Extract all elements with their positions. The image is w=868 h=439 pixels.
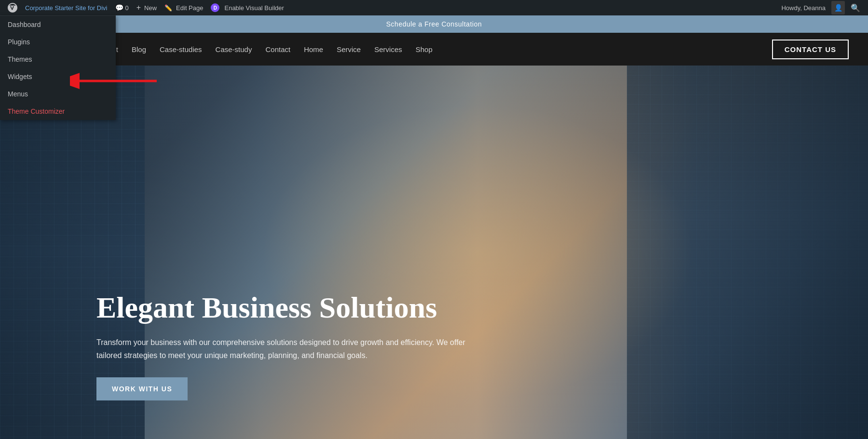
arrow-icon xyxy=(70,71,166,91)
edit-page-label: Edit Page xyxy=(176,4,203,12)
nav-blog[interactable]: Blog xyxy=(132,45,146,53)
site-header: ) DIVI About Blog Case-studies Case-stud… xyxy=(0,33,868,66)
contact-us-button[interactable]: CONTACT US xyxy=(772,40,849,59)
admin-bar: Corporate Starter Site for Divi 💬 0 + Ne… xyxy=(0,0,868,15)
search-button[interactable]: 🔍 xyxy=(847,3,864,13)
site-name-label: Corporate Starter Site for Divi xyxy=(25,4,108,12)
arrow-annotation xyxy=(70,71,166,91)
admin-bar-right: Howdy, Deanna 👤 🔍 xyxy=(777,1,864,14)
nav-services[interactable]: Services xyxy=(374,45,402,53)
top-bar-text: Schedule a Free Consultation xyxy=(386,20,482,28)
comment-icon: 💬 0 xyxy=(115,4,129,12)
comments-button[interactable]: 💬 0 xyxy=(111,0,133,15)
new-content-button[interactable]: + New xyxy=(133,0,161,15)
edit-page-button[interactable]: ✏️ Edit Page xyxy=(161,0,207,15)
menu-item-dashboard[interactable]: Dashboard xyxy=(0,16,116,33)
nav-shop[interactable]: Shop xyxy=(416,45,433,53)
nav-contact[interactable]: Contact xyxy=(265,45,290,53)
search-icon: 🔍 xyxy=(851,3,860,13)
site-name-button[interactable]: Corporate Starter Site for Divi xyxy=(21,0,111,15)
nav-case-study[interactable]: Case-study xyxy=(216,45,252,53)
hero-section: Elegant Business Solutions Transform you… xyxy=(0,66,868,439)
hero-subtitle: Transform your business with our compreh… xyxy=(96,336,473,362)
cta-button[interactable]: WORK WITH US xyxy=(96,377,188,400)
howdy-text: Howdy, Deanna xyxy=(777,4,829,12)
nav-case-studies[interactable]: Case-studies xyxy=(160,45,202,53)
site-nav: About Blog Case-studies Case-study Conta… xyxy=(99,45,772,53)
menu-item-theme-customizer[interactable]: Theme Customizer xyxy=(0,103,116,120)
nav-home[interactable]: Home xyxy=(304,45,323,53)
visual-builder-button[interactable]: D Enable Visual Builder xyxy=(207,0,287,15)
hero-content: Elegant Business Solutions Transform you… xyxy=(96,291,473,400)
hero-title: Elegant Business Solutions xyxy=(96,291,473,324)
divi-icon: D xyxy=(211,3,219,12)
menu-item-plugins[interactable]: Plugins xyxy=(0,33,116,51)
wp-logo-button[interactable] xyxy=(4,0,21,15)
new-label: New xyxy=(144,4,157,12)
comments-count: 0 xyxy=(125,4,129,12)
site-top-bar: Schedule a Free Consultation xyxy=(0,15,868,33)
avatar[interactable]: 👤 xyxy=(831,1,845,14)
nav-service[interactable]: Service xyxy=(337,45,361,53)
visual-builder-label: Enable Visual Builder xyxy=(224,4,284,12)
wp-logo-icon xyxy=(8,3,17,13)
dropdown-menu: Dashboard Plugins Themes Widgets Menus T… xyxy=(0,15,116,120)
menu-item-themes[interactable]: Themes xyxy=(0,51,116,68)
